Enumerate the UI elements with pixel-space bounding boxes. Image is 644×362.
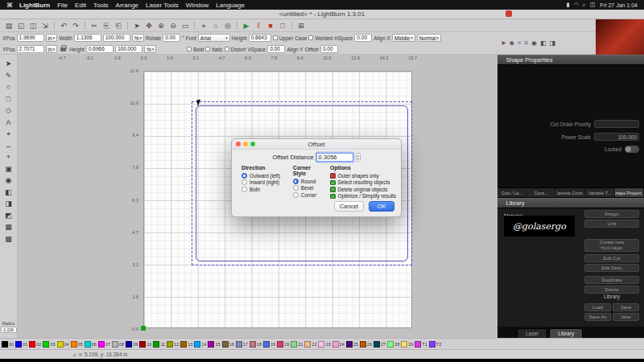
position-laser-tool[interactable]: ⌖ <box>6 130 10 138</box>
ellipse-tool[interactable]: ○ <box>6 83 10 91</box>
grid-array-tool[interactable]: ▦ <box>5 223 12 231</box>
height-field[interactable]: 0.6966 <box>86 45 114 53</box>
dock-tab-camera-contr[interactable]: Camera Contr... <box>556 188 585 197</box>
radio-corner[interactable]: Corner <box>293 191 324 199</box>
palette-swatch-01[interactable]: 01 <box>15 341 27 348</box>
palette-swatch-27[interactable]: 27 <box>374 341 386 348</box>
bold-checkbox[interactable]: Bold <box>187 47 204 52</box>
menu-arrange[interactable]: Arrange <box>116 2 138 9</box>
palette-swatch-10[interactable]: 10 <box>139 341 151 348</box>
go-to-origin-icon[interactable]: ◎ <box>223 20 233 31</box>
cut-icon[interactable]: ✂ <box>89 20 99 31</box>
start-icon[interactable]: ▶ <box>242 20 251 31</box>
load-button[interactable]: Load <box>584 303 611 311</box>
dock-tab-cons[interactable]: Cons... <box>526 188 555 197</box>
measure-tool[interactable]: ↔ <box>5 142 12 150</box>
polygon-tool[interactable]: ◇ <box>6 106 11 114</box>
maximize-icon[interactable] <box>250 142 255 146</box>
edit-nodes-tool[interactable]: + <box>6 153 10 161</box>
battery-icon[interactable]: ▮ <box>567 2 570 8</box>
checkbox-optimize-simplify-results[interactable]: ✓Optimize / Simplify results <box>330 193 396 200</box>
select-pointer-icon[interactable]: ➤ <box>132 20 142 31</box>
palette-swatch-25[interactable]: 25 <box>346 341 358 348</box>
save-as-button[interactable]: Save As <box>584 313 611 321</box>
palette-swatch-28[interactable]: 28 <box>387 341 399 348</box>
dock-tab-cuts-la[interactable]: Cuts / La... <box>497 188 526 197</box>
cut-order-priority-field[interactable] <box>594 120 639 128</box>
ok-button[interactable]: OK <box>369 201 394 212</box>
edit-desc-button[interactable]: Edit Desc <box>584 264 639 272</box>
palette-swatch-00[interactable]: 00 <box>2 341 14 348</box>
palette-swatch-20[interactable]: 20 <box>277 341 289 348</box>
align-icon[interactable]: ≡ <box>524 39 528 47</box>
ypos-field[interactable]: 2.7071 <box>17 45 44 53</box>
distort-checkbox[interactable]: Distort <box>225 47 246 52</box>
edit-cut-button[interactable]: Edit Cut <box>584 254 639 262</box>
shape-properties-header[interactable]: ▾ Shape Properties <box>497 55 644 65</box>
dock-layout-icon[interactable]: ⊞ <box>296 20 306 31</box>
locked-toggle[interactable] <box>625 146 639 153</box>
palette-swatch-05[interactable]: 05 <box>71 341 83 348</box>
boolean-subtract-tool[interactable]: ◨ <box>5 200 12 208</box>
magnet-snap-icon[interactable]: ◈ <box>510 39 514 47</box>
width-percent-field[interactable]: 100.000 <box>103 34 130 42</box>
menu-laser-tools[interactable]: Laser Tools <box>146 2 179 9</box>
palette-swatch-04[interactable]: 04 <box>57 341 69 348</box>
library-header[interactable]: ▾ Library <box>497 198 644 208</box>
boolean-intersect-tool[interactable]: ◩ <box>5 212 12 220</box>
checkbox-delete-original-objects[interactable]: ✓Delete original objects <box>330 186 396 193</box>
palette-swatch-16[interactable]: 16 <box>222 341 234 348</box>
spotlight-search-icon[interactable]: ⌕ <box>583 2 586 8</box>
palette-swatch-02[interactable]: 02 <box>29 341 41 348</box>
save-file-icon[interactable]: ◫ <box>28 20 38 31</box>
palette-swatch-26[interactable]: 26 <box>360 341 372 348</box>
palette-swatch-18[interactable]: 18 <box>250 341 262 348</box>
rectangle-tool[interactable]: □ <box>6 95 10 103</box>
offset-distance-field[interactable]: 0.3056 <box>316 153 353 162</box>
zoom-in-icon[interactable]: ⊕ <box>156 20 166 31</box>
vspace-field[interactable]: 0.00 <box>267 45 285 53</box>
preview-icon[interactable]: ◉ <box>531 39 537 47</box>
stop-icon[interactable]: ■ <box>266 20 275 31</box>
apple-menu-icon[interactable]: ⌘ <box>6 2 13 9</box>
boolean-union-tool[interactable]: ◧ <box>5 188 12 196</box>
menu-edit[interactable]: Edit <box>75 2 86 9</box>
palette-swatch-t2[interactable]: T2 <box>429 341 441 348</box>
draw-lines-tool[interactable]: ✎ <box>6 72 12 80</box>
dock-right-icon[interactable]: ◨ <box>550 39 556 47</box>
position-laser-icon[interactable]: ⌖ <box>199 20 208 31</box>
palette-swatch-03[interactable]: 03 <box>43 341 55 348</box>
new-button[interactable]: New <box>613 313 639 321</box>
units-dropdown[interactable]: in▾ <box>46 34 58 42</box>
radio-round[interactable]: Round <box>293 178 324 185</box>
align-x-dropdown[interactable]: Middle▾ <box>392 34 415 42</box>
select-tool[interactable]: ➤ <box>6 60 12 68</box>
units-dropdown[interactable]: in▾ <box>46 45 58 53</box>
create-new-from-layer-button[interactable]: Create new from layer <box>584 239 639 252</box>
menu-window[interactable]: Window <box>186 2 208 9</box>
copy-icon[interactable]: ⎘ <box>101 20 111 31</box>
palette-swatch-19[interactable]: 19 <box>263 341 275 348</box>
grid-snap-icon[interactable]: ⌗ <box>518 39 522 47</box>
palette-swatch-24[interactable]: 24 <box>332 341 345 348</box>
palette-swatch-11[interactable]: 11 <box>153 341 165 348</box>
palette-swatch-07[interactable]: 07 <box>98 341 110 348</box>
width-percent-dropdown[interactable]: %▾ <box>132 34 144 42</box>
save-button[interactable]: Save <box>613 303 639 311</box>
palette-swatch-22[interactable]: 22 <box>304 341 316 348</box>
frame-icon[interactable]: □ <box>278 20 287 31</box>
checkbox-select-resulting-objects[interactable]: ✓Select resulting objects <box>330 179 396 187</box>
checkbox-outer-shapes-only[interactable]: Outer shapes only <box>330 172 396 179</box>
stepper-icon[interactable]: ▴▾ <box>356 153 361 162</box>
link-button[interactable]: Link <box>584 220 639 228</box>
italic-checkbox[interactable]: Italic <box>205 47 222 52</box>
lock-aspect-icon[interactable] <box>60 47 66 51</box>
radius-field[interactable]: 0.228 <box>1 327 17 333</box>
home-icon[interactable]: ⌂ <box>211 20 221 31</box>
palette-swatch-t1[interactable]: T1 <box>415 341 427 348</box>
menu-lightburn[interactable]: LightBurn <box>19 2 50 9</box>
upper-case-checkbox[interactable]: Upper Case <box>273 35 308 41</box>
dock-tab-variable-t[interactable]: Variable T... <box>585 188 614 197</box>
dialog-title-bar[interactable]: Offset <box>232 139 401 150</box>
palette-swatch-08[interactable]: 08 <box>112 341 124 348</box>
